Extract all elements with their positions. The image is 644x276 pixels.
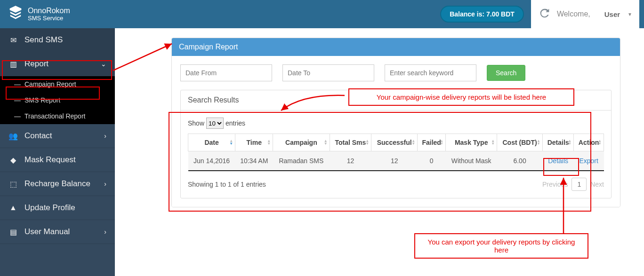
nav-label: Mask Request (24, 155, 76, 165)
cell-cost: 6.00 (497, 151, 543, 171)
sidebar: ✉ Send SMS ▥ Report ⌄ Campaign Report SM… (0, 28, 115, 276)
building-icon: ▥ (8, 60, 18, 69)
date-from-input[interactable] (180, 64, 272, 81)
entries-label: entries (225, 119, 245, 127)
cell-failed: 0 (418, 151, 446, 171)
chevron-right-icon: › (104, 228, 106, 236)
tags-icon: ◆ (8, 156, 18, 165)
nav-recharge-balance[interactable]: ⬚ Recharge Balance › (0, 172, 115, 196)
chevron-right-icon: › (104, 180, 106, 188)
show-label: Show (188, 119, 204, 127)
subnav-label: SMS Report (24, 96, 60, 104)
user-name: User (604, 10, 620, 18)
chevron-right-icon: › (104, 132, 106, 140)
cell-mask-type: Without Mask (446, 151, 497, 171)
nav-label: Send SMS (24, 35, 63, 45)
nav-send-sms[interactable]: ✉ Send SMS (0, 28, 115, 52)
col-time[interactable]: Time▲▼ (235, 134, 273, 151)
nav-label: Contact (24, 131, 52, 141)
nav-label: Report (24, 59, 48, 69)
welcome-label: Welcome, (557, 10, 590, 18)
nav-label: User Manual (24, 227, 70, 237)
date-to-input[interactable] (282, 64, 374, 81)
manual-icon: ▤ (8, 228, 18, 237)
col-successful[interactable]: Successful▲▼ (371, 134, 418, 151)
callout-listed: Your campaign-wise delivery reports will… (348, 88, 574, 106)
pager: Previous 1 Next (542, 178, 604, 191)
cell-time: 10:34 AM (235, 151, 273, 171)
chevron-down-icon: ⌄ (101, 60, 106, 68)
subnav-label: Transactional Report (24, 112, 85, 120)
table-row: Jun 14,2016 10:34 AM Ramadan SMS 12 12 0… (188, 151, 604, 171)
cell-details: Details (543, 151, 574, 171)
callout-export: You can export your delivery reports by … (414, 233, 588, 259)
users-icon: 👥 (8, 132, 18, 141)
refresh-icon[interactable] (538, 7, 551, 22)
subnav-transactional-report[interactable]: Transactional Report (0, 108, 115, 124)
subnav-sms-report[interactable]: SMS Report (0, 92, 115, 108)
export-link[interactable]: Export (579, 157, 598, 165)
brand-text: OnnoRokom SMS Service (28, 7, 70, 22)
nav-contact[interactable]: 👥 Contact › (0, 124, 115, 148)
cell-total-sms: 12 (330, 151, 371, 171)
brand-line2: SMS Service (28, 15, 70, 22)
filter-row: Search (180, 64, 612, 81)
brand-line1: OnnoRokom (28, 7, 70, 15)
pager-prev[interactable]: Previous (542, 181, 568, 188)
brand-logo[interactable]: OnnoRokom SMS Service (7, 5, 70, 24)
cell-action: Export (574, 151, 604, 171)
nav-label: Recharge Balance (24, 179, 90, 189)
header-user-area[interactable]: Welcome, User ▼ (531, 0, 639, 28)
table-footer: Showing 1 to 1 of 1 entries Previous 1 N… (188, 178, 604, 191)
search-button[interactable]: Search (487, 65, 525, 81)
col-details[interactable]: Details▲▼ (543, 134, 574, 151)
app-header: OnnoRokom SMS Service Balance is: 7.00 B… (0, 0, 644, 28)
subnav-campaign-report[interactable]: Campaign Report (0, 76, 115, 92)
col-mask-type[interactable]: Mask Type▲▼ (446, 134, 497, 151)
results-table: Date▲▼ Time▲▼ Campaign▲▼ Total Sms▲▼ Suc… (188, 134, 604, 171)
nav-label: Update Profile (24, 203, 75, 213)
cell-date: Jun 14,2016 (188, 151, 235, 171)
col-cost[interactable]: Cost (BDT)▲▼ (497, 134, 543, 151)
results-summary: Showing 1 to 1 of 1 entries (188, 181, 266, 188)
subnav-label: Campaign Report (24, 80, 76, 88)
nav-report[interactable]: ▥ Report ⌄ (0, 52, 115, 76)
keyword-input[interactable] (385, 64, 476, 81)
col-action[interactable]: Action▲▼ (574, 134, 604, 151)
page-size-row: Show 10 entries (188, 118, 604, 129)
balance-pill: Balance is: 7.00 BDT (440, 6, 524, 23)
cell-successful: 12 (371, 151, 418, 171)
col-total-sms[interactable]: Total Sms▲▼ (330, 134, 371, 151)
campaign-report-panel: Campaign Report Search Search Results Sh… (171, 38, 620, 207)
brand-icon (7, 5, 24, 24)
details-link[interactable]: Details (548, 157, 568, 165)
col-campaign[interactable]: Campaign▲▼ (273, 134, 330, 151)
pager-page-1[interactable]: 1 (572, 178, 587, 191)
col-date[interactable]: Date▲▼ (188, 134, 235, 151)
money-icon: ⬚ (8, 180, 18, 189)
pager-next[interactable]: Next (590, 181, 604, 188)
user-icon: ▲ (8, 204, 18, 212)
nav-user-manual[interactable]: ▤ User Manual › (0, 220, 115, 244)
page-size-select[interactable]: 10 (206, 118, 224, 129)
caret-down-icon: ▼ (628, 12, 632, 17)
nav-mask-request[interactable]: ◆ Mask Request (0, 148, 115, 172)
envelope-icon: ✉ (8, 36, 18, 45)
col-failed[interactable]: Failed▲▼ (418, 134, 446, 151)
nav-update-profile[interactable]: ▲ Update Profile (0, 196, 115, 220)
report-submenu: Campaign Report SMS Report Transactional… (0, 76, 115, 124)
cell-campaign: Ramadan SMS (273, 151, 330, 171)
search-results-panel: Search Results Show 10 entries Date▲▼ Ti… (180, 90, 612, 198)
panel-title: Campaign Report (172, 38, 620, 56)
